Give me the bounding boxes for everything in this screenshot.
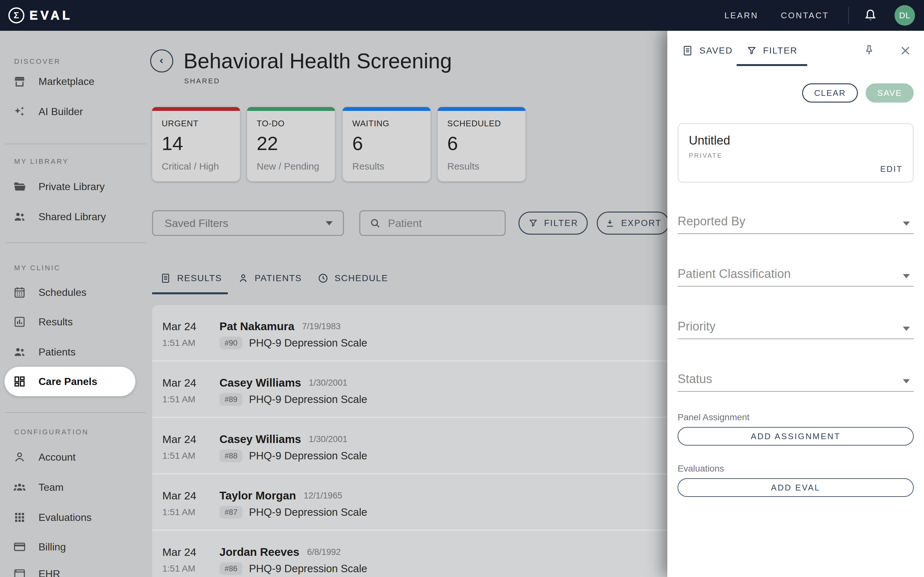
brand-name: EVAL [29,9,73,23]
stat-color-bar [152,107,240,111]
tab-patients[interactable]: PATIENTS [230,266,310,291]
filter-button[interactable]: FILTER [519,211,588,235]
stat-sublabel: Results [447,161,525,172]
sidebar-item-evaluations[interactable]: Evaluations [0,506,152,528]
user-avatar[interactable]: DL [895,5,915,26]
sidebar-section-my-clinic: MY CLINIC [14,264,61,272]
edit-button[interactable]: EDIT [880,164,903,174]
sidebar-item-billing[interactable]: Billing [0,536,152,558]
result-number-badge: #88 [220,450,242,462]
stat-color-bar [247,107,335,111]
sidebar-item-marketplace[interactable]: Marketplace [0,71,152,92]
reported-by-select[interactable]: Reported By [678,212,914,234]
saved-filter-card: Untitled PRIVATE EDIT [678,123,914,183]
close-icon[interactable] [898,44,913,58]
credit-card-icon [13,540,26,554]
sparkles-icon [13,105,26,118]
chevron-down-icon [903,274,910,278]
clear-button[interactable]: CLEAR [802,83,858,103]
chevron-down-icon [903,221,910,226]
sidebar-item-team[interactable]: Team [0,476,152,498]
search-placeholder: Patient [388,217,422,229]
notifications-bell-icon[interactable] [863,8,878,23]
stat-value: 6 [447,132,525,155]
chevron-down-icon [326,221,333,226]
drawer-active-tab-indicator [737,64,807,66]
filter-drawer: SAVED FILTER CLEAR SAVE Untitled PRIVATE… [667,31,924,577]
save-button[interactable]: SAVE [866,83,914,103]
patient-search-input[interactable]: Patient [359,210,506,236]
person-icon [13,450,26,464]
stat-card-waiting[interactable]: WAITING 6 Results [342,107,431,181]
sidebar-item-results[interactable]: Results [0,311,152,333]
brand-logo[interactable]: Σ EVAL [8,7,73,23]
pin-icon[interactable] [862,44,877,58]
sidebar-item-care-panels[interactable]: Care Panels [5,367,136,396]
stat-card-todo[interactable]: TO-DO 22 New / Pending [247,107,335,181]
sidebar-divider [5,143,146,144]
stat-value: 6 [352,132,431,155]
sidebar-item-schedules[interactable]: Schedules [0,282,152,303]
people-icon [13,345,26,359]
drawer-tab-saved[interactable]: SAVED [678,37,737,64]
shared-badge: SHARED [184,77,220,85]
sidebar-item-label: Evaluations [39,512,91,524]
add-eval-button[interactable]: ADD EVAL [678,478,914,497]
stat-color-bar [342,107,431,111]
result-number-badge: #89 [220,393,242,406]
export-button[interactable]: EXPORT [597,211,669,235]
chevron-down-icon [903,327,910,331]
sidebar-item-label: Care Panels [39,376,97,388]
dashboard-icon [13,375,26,388]
learn-link[interactable]: LEARN [724,11,758,21]
sidebar-item-label: Account [39,451,76,463]
sidebar-divider [5,242,146,243]
sidebar-section-configuration: CONFIGURATION [14,428,89,436]
sidebar-item-private-library[interactable]: Private Library [0,176,152,197]
sidebar-item-patients[interactable]: Patients [0,341,152,363]
stat-sublabel: Results [352,161,431,172]
stat-value: 22 [257,132,335,155]
saved-filters-select[interactable]: Saved Filters [152,210,344,236]
sidebar-item-account[interactable]: Account [0,446,152,468]
sidebar-item-label: AI Builder [39,106,83,118]
sigma-logo-icon: Σ [8,7,24,23]
stat-card-urgent[interactable]: URGENT 14 Critical / High [152,107,240,181]
filter-visibility: PRIVATE [689,152,903,159]
result-number-badge: #87 [220,506,242,519]
sidebar-item-ehr[interactable]: EHR [0,563,152,577]
result-number-badge: #90 [220,337,242,350]
contact-link[interactable]: CONTACT [781,11,829,21]
active-tab-indicator [152,292,228,294]
bar-chart-icon [13,315,26,329]
tab-schedule[interactable]: SCHEDULE [310,266,396,291]
chevron-down-icon [903,379,910,384]
calendar-icon [13,285,26,299]
tab-results[interactable]: RESULTS [152,266,230,291]
sidebar-item-label: EHR [39,568,60,577]
sidebar-item-label: Shared Library [39,211,106,223]
sidebar-item-label: Marketplace [39,76,94,87]
browser-window-icon [13,567,26,577]
sidebar-navigation: DISCOVER Marketplace AI Builder MY LIBRA… [0,31,152,577]
stat-value: 14 [162,132,240,155]
patient-classification-select[interactable]: Patient Classification [678,265,914,287]
sidebar-item-label: Results [39,316,73,328]
folder-open-icon [13,180,26,193]
sidebar-item-label: Billing [39,541,66,553]
sidebar-item-ai-builder[interactable]: AI Builder [0,101,152,122]
people-icon [13,210,26,223]
stat-sublabel: New / Pending [257,161,335,172]
sidebar-item-shared-library[interactable]: Shared Library [0,206,152,227]
drawer-tab-filter[interactable]: FILTER [737,37,807,64]
status-select[interactable]: Status [678,370,914,392]
sidebar-item-label: Private Library [39,181,105,193]
stat-card-scheduled[interactable]: SCHEDULED 6 Results [438,107,525,181]
back-button[interactable] [150,49,173,73]
sidebar-section-discover: DISCOVER [14,57,61,66]
add-assignment-button[interactable]: ADD ASSIGNMENT [678,427,914,446]
sidebar-item-label: Team [39,482,63,493]
priority-select[interactable]: Priority [678,318,914,339]
apps-grid-icon [13,511,26,524]
page-title: Behavioral Health Screening [184,48,452,74]
